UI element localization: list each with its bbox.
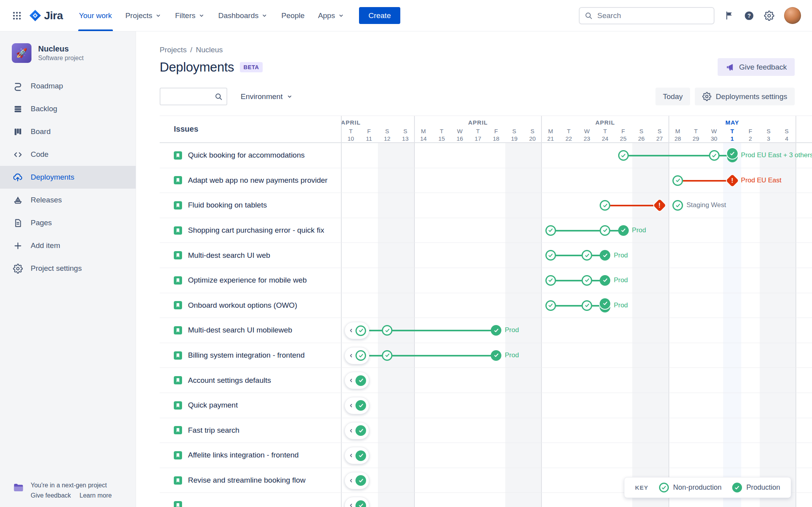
give-feedback-button[interactable]: Give feedback [718,58,795,76]
jira-logo[interactable]: Jira [26,9,68,22]
issue-cell[interactable]: Optimize experience for mobile web [160,268,342,293]
deployment-check-icon [355,350,366,361]
deployment-outline-check-icon[interactable] [582,300,592,311]
sidebar-item-releases[interactable]: Releases [0,189,136,211]
sidebar-item-project-settings[interactable]: Project settings [0,257,136,280]
nav-item-dashboards[interactable]: Dashboards [212,0,274,31]
nav-item-people[interactable]: People [274,0,311,31]
story-icon [174,226,182,235]
issue-cell[interactable]: Multi-dest search UI web [160,243,342,268]
nav-item-your-work[interactable]: Your work [72,0,119,31]
search-input[interactable] [597,11,709,20]
issue-cell[interactable]: Fluid booking on tablets [160,193,342,218]
issue-cell[interactable]: Adapt web app no new payments provider [160,168,342,193]
project-header[interactable]: 🚀 Nucleus Software project [0,43,136,75]
issue-row: Fast trip search [160,418,812,443]
user-avatar[interactable] [784,7,801,24]
deployment-outline-check-icon[interactable] [709,150,720,161]
issue-row: Multi-dest search UI mobilewebProd [160,318,812,343]
sidebar-item-add-item[interactable]: Add item [0,234,136,257]
deployment-outline-check-icon[interactable] [545,275,556,286]
deployment-outline-check-icon[interactable] [545,250,556,261]
issue-cell[interactable]: Quick booking for accommodations [160,143,342,168]
deployment-check-stack-icon[interactable] [727,148,738,162]
collapsed-deployments-pill[interactable] [344,497,369,507]
nav-item-filters[interactable]: Filters [168,0,212,31]
today-button[interactable]: Today [655,88,690,105]
sidebar-item-pages[interactable]: Pages [0,211,136,234]
deployment-outline-check-icon[interactable] [382,350,392,361]
create-button[interactable]: Create [359,7,400,24]
environment-label: Prod [614,276,628,284]
collapsed-deployments-pill[interactable] [344,322,369,339]
day-number: 27 [650,135,668,142]
collapsed-deployments-pill[interactable] [344,472,369,489]
day-letter: S [632,127,650,135]
deployment-outline-check-icon[interactable] [582,275,592,286]
deployment-outline-check-icon[interactable] [545,300,556,311]
issue-cell[interactable]: Onboard workout options (OWO) [160,293,342,318]
give-feedback-link[interactable]: Give feedback [31,492,71,499]
issue-cell[interactable] [160,493,342,507]
deployment-outline-check-icon[interactable] [582,250,592,261]
day-letter: S [650,127,668,135]
collapsed-deployments-pill[interactable] [344,422,369,439]
sidebar-nav: RoadmapBacklogBoardCodeDeploymentsReleas… [0,75,136,280]
issue-cell[interactable]: Quick payment [160,393,342,418]
environment-filter-dropdown[interactable]: Environment [241,92,293,101]
breadcrumb-nucleus[interactable]: Nucleus [196,46,223,54]
issue-cell[interactable]: Multi-dest search UI mobileweb [160,318,342,343]
timeline-search-input[interactable] [165,92,214,101]
deployment-outline-check-icon[interactable] [545,225,556,236]
issue-cell[interactable]: Affelite links integration - frontend [160,443,342,468]
deployment-alert-icon[interactable]: ! [726,174,739,187]
flag-icon[interactable] [724,11,734,20]
environment-label: Prod EU East + 3 others [741,151,812,159]
sidebar-item-code[interactable]: Code [0,143,136,166]
sidebar-item-backlog[interactable]: Backlog [0,97,136,120]
day-header: S4 [778,127,796,142]
sidebar-item-deployments[interactable]: Deployments [0,166,136,189]
environment-label: Prod [614,301,628,309]
global-search [579,7,714,24]
day-number: 25 [614,135,632,142]
deployments-settings-button[interactable]: Deployments settings [695,88,795,105]
deployment-outline-check-icon[interactable] [672,200,683,211]
deployment-filled-check-icon[interactable] [618,225,629,236]
nav-item-projects[interactable]: Projects [119,0,169,31]
collapsed-deployments-pill[interactable] [344,372,369,389]
help-icon[interactable]: ? [744,11,754,21]
day-letter: T [433,127,451,135]
deployment-filled-check-icon[interactable] [600,250,610,261]
gear-icon[interactable] [764,11,774,21]
deployment-check-stack-icon[interactable] [600,298,610,312]
collapsed-deployments-pill[interactable] [344,447,369,464]
issue-title: Multi-dest search UI mobileweb [188,326,292,334]
deployment-outline-check-icon[interactable] [600,225,610,236]
deployment-outline-check-icon[interactable] [382,325,392,336]
deployment-filled-check-icon[interactable] [491,350,501,361]
issue-cell[interactable]: Fast trip search [160,418,342,443]
day-number: 3 [759,135,777,142]
deployment-alert-icon[interactable]: ! [653,199,666,212]
collapsed-deployments-pill[interactable] [344,397,369,414]
row-timeline [342,418,812,443]
nav-item-apps[interactable]: Apps [311,0,351,31]
issue-cell[interactable]: Billing system integration - frontend [160,343,342,368]
roadmap-icon [13,81,23,91]
issue-cell[interactable]: Revise and streamline booking flow [160,468,342,493]
breadcrumb-projects[interactable]: Projects [160,46,187,54]
deployment-outline-check-icon[interactable] [672,175,683,186]
issue-cell[interactable]: Account settings defaults [160,368,342,393]
issue-cell[interactable]: Shopping cart purchasing error - quick f… [160,218,342,243]
deployment-filled-check-icon[interactable] [491,325,501,336]
learn-more-link[interactable]: Learn more [79,492,112,499]
collapsed-deployments-pill[interactable] [344,347,369,364]
backlog-icon [13,104,23,114]
deployment-filled-check-icon[interactable] [600,275,610,286]
app-switcher-icon[interactable] [8,11,26,21]
sidebar-item-roadmap[interactable]: Roadmap [0,75,136,97]
deployment-outline-check-icon[interactable] [618,150,629,161]
deployment-outline-check-icon[interactable] [600,200,610,211]
sidebar-item-board[interactable]: Board [0,120,136,143]
